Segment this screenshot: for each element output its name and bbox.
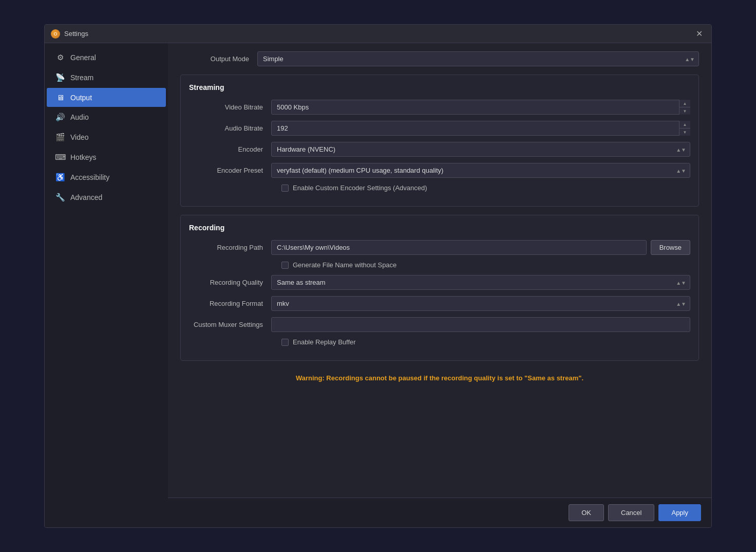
- encoder-preset-label: Encoder Preset: [189, 167, 271, 174]
- encoder-select[interactable]: Hardware (NVENC)Software (x264): [271, 142, 690, 157]
- main-panel: Output Mode SimpleAdvanced ▲▼ Streaming …: [168, 43, 711, 527]
- audio-bitrate-label: Audio Bitrate: [189, 124, 271, 132]
- sidebar-item-video[interactable]: 🎬Video: [47, 127, 166, 147]
- sidebar-item-accessibility[interactable]: ♿Accessibility: [47, 168, 166, 187]
- recording-path-input[interactable]: [271, 240, 647, 255]
- streaming-section: Streaming Video Bitrate ▲ ▼: [180, 75, 699, 207]
- stream-icon: 📡: [55, 73, 65, 82]
- audio-bitrate-down[interactable]: ▼: [679, 128, 690, 136]
- output-mode-select[interactable]: SimpleAdvanced: [257, 51, 699, 66]
- recording-path-label: Recording Path: [189, 244, 271, 251]
- browse-button[interactable]: Browse: [651, 240, 690, 255]
- ok-button[interactable]: OK: [569, 504, 604, 521]
- recording-format-row: Recording Format mkvmp4movflvtsm3u8 ▲▼: [189, 296, 690, 311]
- sidebar: ⚙General📡Stream🖥Output🔊Audio🎬Video⌨Hotke…: [45, 43, 168, 527]
- recording-format-label: Recording Format: [189, 300, 271, 307]
- audio-bitrate-up[interactable]: ▲: [679, 121, 690, 128]
- sidebar-item-output[interactable]: 🖥Output: [47, 88, 166, 107]
- main-scroll-area: Output Mode SimpleAdvanced ▲▼ Streaming …: [168, 43, 711, 498]
- custom-muxer-input[interactable]: [271, 317, 690, 332]
- output-icon: 🖥: [55, 93, 65, 102]
- apply-button[interactable]: Apply: [658, 504, 701, 521]
- sidebar-label-output: Output: [70, 94, 92, 102]
- video-bitrate-input[interactable]: [271, 100, 690, 115]
- warning-text: Warning: Recordings cannot be paused if …: [180, 369, 699, 382]
- encoder-preset-select[interactable]: veryfast (default) (medium CPU usage, st…: [271, 163, 690, 178]
- audio-icon: 🔊: [55, 113, 65, 122]
- recording-path-group: Browse: [271, 240, 690, 255]
- recording-quality-select[interactable]: Same as streamHigh Quality, Medium File …: [271, 275, 690, 290]
- audio-bitrate-row: Audio Bitrate ▲ ▼: [189, 121, 690, 136]
- output-mode-row: Output Mode SimpleAdvanced ▲▼: [180, 51, 699, 66]
- sidebar-item-stream[interactable]: 📡Stream: [47, 68, 166, 87]
- encoder-label: Encoder: [189, 145, 271, 153]
- video-bitrate-spinners: ▲ ▼: [679, 100, 690, 115]
- footer: OK Cancel Apply: [168, 498, 711, 527]
- replay-buffer-label: Enable Replay Buffer: [293, 338, 356, 346]
- encoder-preset-row: Encoder Preset veryfast (default) (mediu…: [189, 163, 690, 178]
- close-button[interactable]: ✕: [693, 28, 705, 40]
- recording-title: Recording: [189, 224, 690, 232]
- recording-quality-label: Recording Quality: [189, 279, 271, 286]
- custom-muxer-label: Custom Muxer Settings: [189, 321, 271, 328]
- video-bitrate-label: Video Bitrate: [189, 103, 271, 111]
- sidebar-label-advanced: Advanced: [70, 193, 102, 201]
- sidebar-item-advanced[interactable]: 🔧Advanced: [47, 188, 166, 207]
- general-icon: ⚙: [55, 53, 65, 62]
- custom-encoder-label: Enable Custom Encoder Settings (Advanced…: [293, 184, 427, 192]
- cancel-button[interactable]: Cancel: [608, 504, 654, 521]
- generate-filename-label: Generate File Name without Space: [293, 261, 396, 269]
- hotkeys-icon: ⌨: [55, 153, 65, 162]
- sidebar-label-hotkeys: Hotkeys: [70, 153, 97, 161]
- recording-format-select[interactable]: mkvmp4movflvtsm3u8: [271, 296, 690, 311]
- custom-muxer-row: Custom Muxer Settings: [189, 317, 690, 332]
- sidebar-item-hotkeys[interactable]: ⌨Hotkeys: [47, 148, 166, 167]
- video-bitrate-up[interactable]: ▲: [679, 100, 690, 107]
- audio-bitrate-spinners: ▲ ▼: [679, 121, 690, 136]
- sidebar-label-accessibility: Accessibility: [70, 173, 109, 181]
- encoder-row: Encoder Hardware (NVENC)Software (x264) …: [189, 142, 690, 157]
- sidebar-label-audio: Audio: [70, 113, 89, 121]
- video-icon: 🎬: [55, 133, 65, 142]
- sidebar-label-video: Video: [70, 133, 89, 141]
- recording-section: Recording Recording Path Browse Generate…: [180, 215, 699, 361]
- output-mode-label: Output Mode: [180, 55, 257, 63]
- video-bitrate-row: Video Bitrate ▲ ▼: [189, 100, 690, 115]
- sidebar-item-audio[interactable]: 🔊Audio: [47, 107, 166, 127]
- streaming-title: Streaming: [189, 83, 690, 91]
- replay-buffer-row: Enable Replay Buffer: [189, 338, 690, 346]
- recording-path-row: Recording Path Browse: [189, 240, 690, 255]
- custom-encoder-row: Enable Custom Encoder Settings (Advanced…: [189, 184, 690, 192]
- sidebar-label-stream: Stream: [70, 73, 93, 82]
- settings-window: O Settings ✕ ⚙General📡Stream🖥Output🔊Audi…: [44, 24, 712, 528]
- output-mode-wrapper: SimpleAdvanced ▲▼: [257, 51, 699, 66]
- generate-filename-checkbox[interactable]: [281, 262, 289, 269]
- replay-buffer-checkbox[interactable]: [281, 339, 289, 346]
- sidebar-label-general: General: [70, 53, 96, 62]
- recording-quality-row: Recording Quality Same as streamHigh Qua…: [189, 275, 690, 290]
- content-area: ⚙General📡Stream🖥Output🔊Audio🎬Video⌨Hotke…: [45, 43, 711, 527]
- generate-filename-row: Generate File Name without Space: [189, 261, 690, 269]
- video-bitrate-down[interactable]: ▼: [679, 107, 690, 115]
- audio-bitrate-input[interactable]: [271, 121, 690, 136]
- custom-encoder-checkbox[interactable]: [281, 185, 289, 192]
- sidebar-item-general[interactable]: ⚙General: [47, 48, 166, 67]
- app-icon: O: [51, 29, 60, 39]
- advanced-icon: 🔧: [55, 193, 65, 202]
- accessibility-icon: ♿: [55, 173, 65, 182]
- window-title: Settings: [64, 30, 693, 38]
- titlebar: O Settings ✕: [45, 25, 711, 43]
